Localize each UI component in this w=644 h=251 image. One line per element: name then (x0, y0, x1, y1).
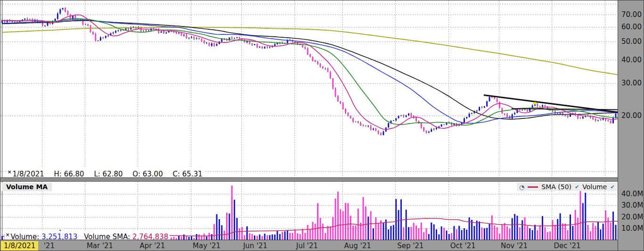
volume-axis-label: 10.0M (621, 224, 643, 233)
highlighted-date-chip: 1/8/2021 (1, 241, 38, 251)
sma-65-line (2, 21, 618, 119)
volume-pane-title[interactable]: Volume MA (2, 183, 52, 191)
price-readout: ×1/8/2021 H: 66.80 L: 62.80 O: 63.00 C: … (6, 168, 204, 178)
moving-averages (2, 15, 618, 129)
pane-separator[interactable] (0, 177, 618, 182)
volume-legend-label[interactable]: Volume (582, 183, 607, 191)
month-label: '21 (44, 242, 55, 250)
month-label: Nov '21 (501, 242, 528, 250)
trading-chart-window: ×1/8/2021 H: 66.80 L: 62.80 O: 63.00 C: … (0, 0, 644, 251)
price-axis-label: 40.00 (621, 56, 642, 64)
gridlines (0, 0, 618, 240)
price-axis-label: 70.00 (621, 10, 642, 19)
month-label: Mar '21 (87, 242, 113, 250)
sma-200-line (2, 27, 618, 75)
price-axis[interactable]: 70.0060.0050.0040.0030.0020.0040.0M30.0M… (618, 0, 644, 251)
month-label: May '21 (193, 242, 220, 250)
time-axis[interactable]: 1/8/2021 '21Mar '21Apr '21May '21Jun '21… (0, 240, 644, 251)
price-axis-label: 20.00 (621, 111, 642, 120)
event-marker-dot (534, 102, 537, 105)
sma-dropdown-check-icon[interactable]: ✔ (575, 184, 579, 190)
month-label: Oct '21 (450, 242, 476, 250)
remove-volume-indicator-icon[interactable]: × (6, 232, 9, 237)
price-axis-label: 60.00 (621, 23, 642, 31)
sma-line-swatch (528, 186, 538, 188)
price-volume-chart-canvas[interactable] (0, 0, 618, 240)
month-label: Apr '21 (139, 242, 165, 250)
volume-legend: ◔ SMA (50) ✔ Volume ✔ (517, 183, 617, 191)
month-label: Sep '21 (397, 242, 424, 250)
month-label: Aug '21 (344, 242, 371, 250)
sma-legend-label[interactable]: SMA (50) (541, 183, 571, 191)
price-axis-label: 50.00 (621, 37, 642, 46)
volume-dropdown-check-icon[interactable]: ✔ (610, 184, 614, 190)
sma-10-line (2, 15, 618, 129)
sma-50-line (2, 20, 618, 123)
indicator-pie-icon[interactable]: ◔ (519, 184, 524, 190)
price-axis-label: 30.00 (621, 79, 642, 87)
volume-axis-label: 20.0M (621, 213, 643, 221)
remove-price-indicator-icon[interactable]: × (8, 169, 11, 175)
month-label: Jun '21 (243, 242, 267, 250)
volume-axis-label: 30.0M (621, 201, 643, 209)
volume-axis-label: 40.0M (621, 190, 643, 198)
month-label: Jul '21 (296, 242, 318, 250)
month-label: Dec '21 (554, 242, 580, 250)
